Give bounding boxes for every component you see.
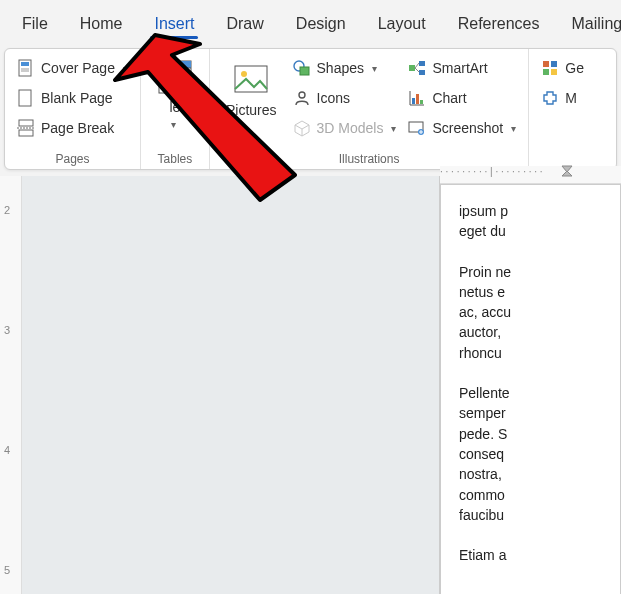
chevron-down-icon: ▾ [228,122,233,133]
doc-text: pede. S [459,426,507,442]
svg-rect-18 [300,67,309,75]
group-label-tables: Tables [141,152,209,166]
chevron-down-icon: ▾ [391,123,396,134]
svg-rect-24 [419,70,425,75]
page-break-label: Page Break [41,120,114,136]
tab-layout[interactable]: Layout [362,5,442,43]
doc-text: auctor, [459,324,501,340]
svg-rect-6 [19,130,33,136]
table-label: le [169,99,180,115]
screenshot-label: Screenshot [432,120,503,136]
svg-rect-15 [235,66,267,92]
shapes-icon [293,59,311,77]
svg-rect-1 [21,62,29,66]
chevron-down-icon: ▾ [511,123,516,134]
tab-mailings[interactable]: Mailings [556,5,621,43]
svg-line-25 [415,63,419,68]
ribbon-tab-bar: File Home Insert Draw Design Layout Refe… [0,0,621,48]
doc-text: Pellente [459,385,510,401]
shapes-label: Shapes [317,60,364,76]
tab-home[interactable]: Home [64,5,139,43]
cube-icon [293,119,311,137]
svg-point-19 [299,92,305,98]
icons-label: Icons [317,90,350,106]
my-addins-button[interactable]: M [537,85,588,111]
group-addins: Ge M [529,49,596,169]
pictures-icon [233,62,269,98]
shapes-button[interactable]: Shapes ▾ [289,55,401,81]
svg-rect-39 [551,69,557,75]
group-illustrations: Pictures▾ Shapes ▾ Icons [210,49,529,169]
tab-design[interactable]: Design [280,5,362,43]
get-addins-label: Ge [565,60,584,76]
ruler-tick: 5 [4,564,10,576]
doc-text: nostra, [459,466,502,482]
svg-rect-4 [19,90,31,106]
smartart-icon [408,59,426,77]
document-area: · · · · · · · · · | · · · · · · · · · 2 … [0,176,621,594]
doc-text: commo [459,487,505,503]
chart-label: Chart [432,90,466,106]
indent-marker[interactable] [560,164,574,178]
svg-rect-9 [159,61,191,68]
pictures-button[interactable]: Pictures▾ [218,55,285,141]
ruler-tick: 2 [4,204,10,216]
svg-rect-38 [543,69,549,75]
3d-models-button[interactable]: 3D Models ▾ [289,115,401,141]
tab-insert[interactable]: Insert [138,5,210,43]
doc-text: conseq [459,446,504,462]
doc-text: netus e [459,284,505,300]
doc-text: Etiam a [459,547,506,563]
doc-text: semper [459,405,506,421]
my-addins-label: M [565,90,577,106]
cover-page-button[interactable]: Cover Page ▾ [13,55,132,81]
group-label-illustrations: Illustrations [210,152,528,166]
horizontal-ruler[interactable]: · · · · · · · · · | · · · · · · · · · [440,166,621,184]
doc-text: faucibu [459,507,504,523]
ruler-tick: 3 [4,324,10,336]
chart-button[interactable]: Chart [404,85,520,111]
ruler-tick: 4 [4,444,10,456]
screenshot-button[interactable]: Screenshot ▾ [404,115,520,141]
addins-icon [541,89,559,107]
svg-rect-22 [409,65,415,71]
chart-icon [408,89,426,107]
page-break-icon [17,119,35,137]
svg-rect-37 [551,61,557,67]
doc-text: Proin ne [459,264,511,280]
cover-page-label: Cover Page [41,60,115,76]
tab-file[interactable]: File [6,5,64,43]
table-button[interactable]: le▾ [149,55,201,135]
svg-point-16 [241,71,247,77]
group-label-pages: Pages [5,152,140,166]
svg-rect-31 [420,100,423,104]
vertical-ruler[interactable]: 2 3 4 5 [0,176,22,594]
icons-button[interactable]: Icons [289,85,401,111]
group-tables: le▾ Tables [141,49,210,169]
document-page[interactable]: ipsum p eget du Proin ne netus e ac, acc… [440,184,621,594]
screenshot-icon [408,119,426,137]
chevron-down-icon: ▾ [372,63,377,74]
get-addins-button[interactable]: Ge [537,55,588,81]
icons-icon [293,89,311,107]
svg-rect-29 [412,98,415,104]
chevron-down-icon: ▾ [171,119,176,130]
blank-page-label: Blank Page [41,90,113,106]
svg-rect-5 [19,120,33,126]
blank-page-button[interactable]: Blank Page [13,85,132,111]
doc-text: ipsum p [459,203,508,219]
cover-page-icon [17,59,35,77]
chevron-down-icon: ▾ [123,63,128,74]
tab-references[interactable]: References [442,5,556,43]
doc-text: ac, accu [459,304,511,320]
doc-text: rhoncu [459,345,502,361]
smartart-button[interactable]: SmartArt [404,55,520,81]
svg-rect-36 [543,61,549,67]
page-break-button[interactable]: Page Break [13,115,132,141]
3d-models-label: 3D Models [317,120,384,136]
svg-rect-30 [416,94,419,104]
blank-page-icon [17,89,35,107]
smartart-label: SmartArt [432,60,487,76]
page-margin-area [22,176,440,594]
tab-draw[interactable]: Draw [210,5,279,43]
